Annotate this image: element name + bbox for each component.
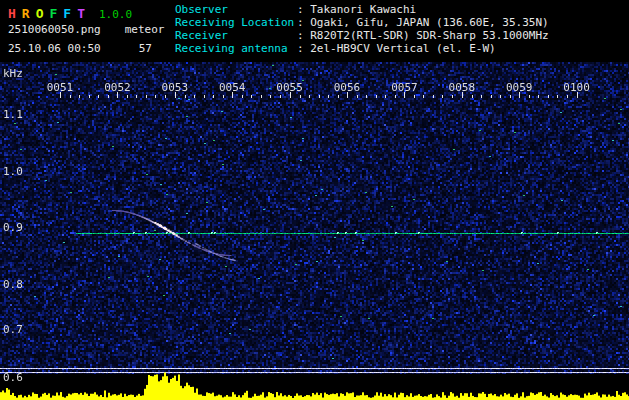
spectrogram-area: kHz 005100520053005400550056005700580059… xyxy=(0,62,629,400)
app-title-letter: F xyxy=(63,6,71,21)
y-tick-label: 0.7 xyxy=(3,323,23,336)
header: HROFFT 1.0.0 2510060050.png meteor 25.10… xyxy=(0,0,629,62)
info-value: : 2el-HB9CV Vertical (el. E-W) xyxy=(297,42,496,55)
y-tick-label: 0.6 xyxy=(3,371,23,384)
info-row-receiver: Receiver : R820T2(RTL-SDR) SDR-Sharp 53.… xyxy=(175,29,549,42)
x-tick-label: 0054 xyxy=(219,81,246,94)
info-value: : Ogaki, Gifu, JAPAN (136.60E, 35.35N) xyxy=(297,16,549,29)
title-row: HROFFT 1.0.0 xyxy=(8,3,132,22)
y-tick-label: 1.0 xyxy=(3,165,23,178)
app-title-letter: O xyxy=(36,6,44,21)
file-row: 2510060050.png meteor xyxy=(8,23,164,36)
x-tick-label: 0051 xyxy=(47,81,74,94)
x-tick-label: 0052 xyxy=(104,81,131,94)
info-row-observer: Observer : Takanori Kawachi xyxy=(175,3,549,16)
output-filename: 2510060050.png xyxy=(8,23,101,36)
y-tick-label: 0.8 xyxy=(3,278,23,291)
info-label: Receiving antenna xyxy=(175,42,297,55)
x-tick-label: 0100 xyxy=(563,81,590,94)
info-row-location: Receiving Location : Ogaki, Gifu, JAPAN … xyxy=(175,16,549,29)
x-tick-label: 0053 xyxy=(162,81,189,94)
mode-label: meteor xyxy=(125,23,165,36)
x-tick-label: 0055 xyxy=(276,81,303,94)
date-row: 25.10.06 00:50 57 xyxy=(8,42,152,55)
spectrogram-canvas xyxy=(0,62,629,400)
station-info: Observer : Takanori Kawachi Receiving Lo… xyxy=(175,3,549,55)
app-title-letter: T xyxy=(77,6,85,21)
info-row-antenna: Receiving antenna : 2el-HB9CV Vertical (… xyxy=(175,42,549,55)
x-tick-label: 0058 xyxy=(449,81,476,94)
app-title-letter: F xyxy=(49,6,57,21)
info-label: Receiver xyxy=(175,29,297,42)
x-tick-label: 0059 xyxy=(506,81,533,94)
app-title-letter: R xyxy=(22,6,30,21)
app-title: HROFFT xyxy=(8,3,91,22)
echo-count: 57 xyxy=(139,42,152,55)
info-value: : R820T2(RTL-SDR) SDR-Sharp 53.1000MHz xyxy=(297,29,549,42)
datetime-label: 25.10.06 00:50 xyxy=(8,42,101,55)
info-label: Receiving Location xyxy=(175,16,297,29)
y-axis-unit: kHz xyxy=(3,67,23,80)
app-version: 1.0.0 xyxy=(99,8,132,21)
y-tick-label: 1.1 xyxy=(3,108,23,121)
info-label: Observer xyxy=(175,3,297,16)
y-tick-label: 0.9 xyxy=(3,221,23,234)
x-tick-label: 0057 xyxy=(391,81,418,94)
app-title-letter: H xyxy=(8,6,16,21)
x-tick-label: 0056 xyxy=(334,81,361,94)
info-value: : Takanori Kawachi xyxy=(297,3,416,16)
